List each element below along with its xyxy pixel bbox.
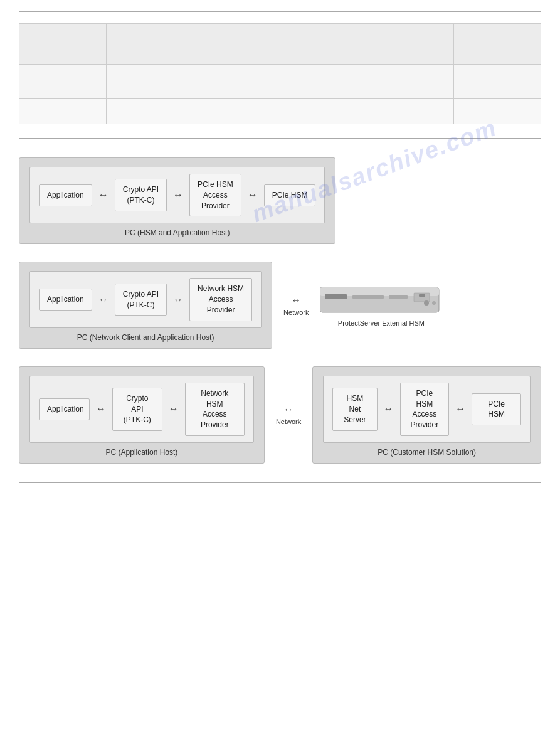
diag3-hsm-net-server: HSM NetServer	[332, 388, 377, 430]
diag2-device-area: ProtectServer External HSM	[320, 284, 442, 327]
diagram-2: Application ↔ Crypto API(PTK-C) ↔ Networ…	[19, 262, 541, 348]
diag3-arrow3: ↔	[383, 403, 395, 415]
top-rule	[19, 11, 541, 12]
diag1-label: PC (HSM and Application Host)	[29, 228, 325, 237]
table-cell	[106, 24, 193, 65]
diag1-application: Application	[39, 184, 92, 206]
diag3-pcie-access: PCIe HSMAccessProvider	[400, 383, 450, 436]
table-cell	[19, 99, 107, 124]
diag2-outer-box: Application ↔ Crypto API(PTK-C) ↔ Networ…	[19, 262, 272, 348]
table-cell	[19, 65, 107, 99]
diagram-3: Application ↔ Crypto API(PTK-C) ↔ Networ…	[19, 366, 541, 464]
diag3-right-label: PC (Customer HSM Solution)	[323, 448, 531, 457]
diag3-network-label: Network	[276, 418, 301, 425]
table-cell	[280, 24, 367, 65]
diag3-right-outer: HSM NetServer ↔ PCIe HSMAccessProvider ↔…	[312, 366, 541, 464]
svg-point-7	[424, 300, 429, 306]
diag2-label: PC (Network Client and Application Host)	[29, 333, 262, 342]
diag2-arrow2: ↔	[172, 294, 184, 306]
diag3-net-access: Network HSMAccessProvider	[185, 383, 245, 436]
diag1-inner-box: Application ↔ Crypto API(PTK-C) ↔ PCIe H…	[29, 167, 325, 223]
diagram-1: Application ↔ Crypto API(PTK-C) ↔ PCIe H…	[19, 157, 541, 244]
diag1-pcie-access: PCIe HSMAccessProvider	[189, 174, 241, 216]
diagrams-section: manualsarchive.com Application ↔ Crypto …	[19, 157, 541, 464]
svg-rect-4	[389, 295, 408, 299]
grid-table	[19, 23, 541, 124]
svg-rect-3	[352, 295, 384, 299]
mid-rule	[19, 138, 541, 139]
diag2-application: Application	[39, 289, 92, 311]
diag2-wrapper: Application ↔ Crypto API(PTK-C) ↔ Networ…	[19, 262, 541, 348]
table-cell	[280, 99, 367, 124]
diag3-wrapper: Application ↔ Crypto API(PTK-C) ↔ Networ…	[19, 366, 541, 464]
diag1-pcie-hsm: PCIe HSM	[264, 184, 316, 206]
table-cell	[367, 24, 454, 65]
diag2-net-access: Network HSMAccessProvider	[189, 278, 252, 321]
footer-line	[541, 721, 541, 733]
bottom-rule	[19, 482, 541, 483]
diag3-network-arrow: ↔	[282, 404, 295, 415]
hsm-device-svg	[320, 284, 442, 316]
diag1-arrow3: ↔	[246, 189, 259, 201]
svg-point-8	[432, 301, 436, 305]
table-row	[19, 65, 541, 99]
diag3-left-label: PC (Application Host)	[29, 448, 254, 457]
page-footer	[541, 721, 541, 733]
diag1-arrow2: ↔	[172, 189, 184, 201]
table-cell	[193, 65, 280, 99]
diag2-network-label: Network	[283, 309, 309, 316]
diag2-network-arrow: ↔	[290, 295, 302, 306]
diag2-inner-box: Application ↔ Crypto API(PTK-C) ↔ Networ…	[29, 271, 262, 327]
table-cell	[280, 65, 367, 99]
diag3-arrow1: ↔	[95, 403, 107, 415]
diag2-device-label: ProtectServer External HSM	[338, 319, 425, 327]
table-row	[19, 99, 541, 124]
table-cell	[106, 65, 193, 99]
svg-rect-2	[325, 294, 347, 299]
diag3-crypto-api: Crypto API(PTK-C)	[112, 388, 162, 430]
table-cell	[193, 24, 280, 65]
diag2-crypto-api: Crypto API(PTK-C)	[115, 284, 167, 316]
diag3-arrow4: ↔	[454, 403, 467, 415]
diag1-arrow1: ↔	[97, 189, 110, 201]
table-cell	[367, 65, 454, 99]
table-cell	[454, 99, 541, 124]
svg-rect-6	[419, 294, 425, 297]
diag3-arrow2: ↔	[167, 403, 180, 415]
table-cell	[454, 24, 541, 65]
diag3-left-inner: Application ↔ Crypto API(PTK-C) ↔ Networ…	[29, 376, 254, 443]
table-cell	[367, 99, 454, 124]
diag3-right-inner: HSM NetServer ↔ PCIe HSMAccessProvider ↔…	[323, 376, 531, 443]
diag1-outer-box: Application ↔ Crypto API(PTK-C) ↔ PCIe H…	[19, 157, 335, 244]
table-cell	[454, 65, 541, 99]
table-row	[19, 24, 541, 65]
diag2-arrow1: ↔	[97, 294, 110, 306]
diag1-crypto-api: Crypto API(PTK-C)	[115, 179, 167, 211]
diag3-left-outer: Application ↔ Crypto API(PTK-C) ↔ Networ…	[19, 366, 265, 464]
diag3-application: Application	[39, 398, 90, 420]
diag3-pcie-hsm: PCIe HSM	[472, 393, 521, 426]
table-cell	[19, 24, 107, 65]
table-cell	[106, 99, 193, 124]
table-cell	[193, 99, 280, 124]
table-section	[19, 23, 541, 124]
